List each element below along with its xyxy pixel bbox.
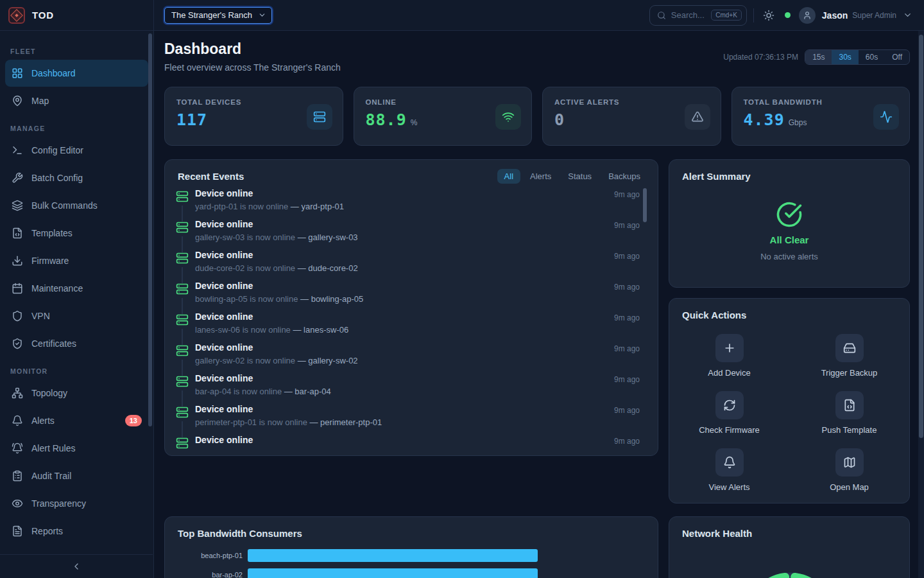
server-icon (176, 252, 189, 265)
event-message: bar-ap-04 is now online (195, 387, 284, 396)
sidebar-scrollbar[interactable] (148, 33, 152, 426)
event-time: 9m ago (614, 344, 640, 353)
tab-all[interactable]: All (497, 169, 520, 184)
page-scrollbar[interactable] (919, 35, 923, 438)
sidebar-item-label: Audit Trail (31, 471, 71, 481)
sidebar-item-label: Alerts (31, 416, 55, 426)
app-logo (8, 7, 25, 24)
event-row[interactable]: Device onlineyard-ptp-01 is now online —… (176, 188, 640, 219)
event-title: Device online (195, 342, 253, 353)
server-icon (176, 313, 189, 326)
sidebar-section-manage: MANAGE (10, 125, 143, 132)
tab-status[interactable]: Status (561, 169, 599, 184)
event-row[interactable]: Device onlinebowling-ap-05 is now online… (176, 281, 640, 311)
event-title: Device online (195, 281, 253, 291)
site-selector[interactable]: The Stranger's Ranch (164, 7, 272, 24)
stat-value: 117 (176, 110, 207, 129)
event-title: Device online (195, 188, 253, 198)
theme-toggle-sun-icon[interactable] (763, 10, 774, 21)
sidebar-item-reports[interactable]: Reports (5, 518, 148, 545)
network-icon (12, 387, 23, 399)
server-icon (176, 190, 189, 203)
sidebar-item-map[interactable]: Map (5, 87, 148, 114)
sidebar-item-transparency[interactable]: Transparency (5, 490, 148, 517)
event-row[interactable]: Device onlinelanes-sw-06 is now online —… (176, 311, 640, 342)
events-scrollbar[interactable] (643, 188, 647, 222)
server-icon (176, 283, 189, 295)
event-row[interactable]: Device onlinegallery-sw-03 is now online… (176, 219, 640, 250)
activity-icon (873, 104, 899, 130)
quick-action-label: Push Template (822, 425, 877, 435)
refresh-off-button[interactable]: Off (885, 50, 909, 64)
server-icon (176, 406, 189, 419)
sidebar-item-templates[interactable]: Templates (5, 220, 148, 247)
stat-cards-row: TOTAL DEVICES 117 ONLINE 88.9 % ACTIVE A… (164, 87, 910, 146)
refresh-60s-button[interactable]: 60s (859, 50, 885, 64)
file-code-icon (12, 227, 23, 239)
tab-backups[interactable]: Backups (601, 169, 647, 184)
event-row[interactable]: Device onlinegallery-sw-02 is now online… (176, 342, 640, 373)
event-time: 9m ago (614, 313, 640, 322)
hard-drive-icon (835, 334, 864, 362)
event-row[interactable]: Device online9m ago (176, 435, 640, 456)
brand: TOD (0, 0, 154, 30)
event-row[interactable]: Device onlinedude-core-02 is now online … (176, 250, 640, 281)
shield-icon (12, 310, 23, 322)
sidebar-item-dashboard[interactable]: Dashboard (5, 60, 148, 87)
refresh-30s-button[interactable]: 30s (832, 50, 858, 64)
sidebar-item-audit-trail[interactable]: Audit Trail (5, 462, 148, 489)
network-health-panel: Network Health 99 (669, 516, 910, 578)
file-code-icon (835, 391, 864, 419)
sidebar-item-alert-rules[interactable]: Alert Rules (5, 435, 148, 462)
sidebar-collapse-button[interactable] (0, 554, 153, 578)
server-icon (176, 437, 189, 450)
top-bar: TOD The Stranger's Ranch Search... Cmd+K… (0, 0, 924, 31)
sidebar-item-config-editor[interactable]: Config Editor (5, 137, 148, 164)
sidebar-item-maintenance[interactable]: Maintenance (5, 275, 148, 302)
add-device-button[interactable]: Add Device (669, 334, 789, 380)
sidebar-item-batch-config[interactable]: Batch Config (5, 164, 148, 191)
event-row[interactable]: Device onlinebar-ap-04 is now online — b… (176, 373, 640, 404)
sidebar-item-topology[interactable]: Topology (5, 380, 148, 407)
sidebar-item-label: Templates (31, 228, 73, 238)
bandwidth-bar (248, 568, 538, 578)
event-device: — gallery-sw-03 (298, 232, 358, 242)
event-time: 9m ago (614, 190, 640, 199)
sidebar-item-label: Map (31, 96, 49, 106)
event-time: 9m ago (614, 406, 640, 415)
refresh-interval-control: 15s 30s 60s Off (805, 49, 910, 65)
event-row[interactable]: Device onlineperimeter-ptp-01 is now onl… (176, 404, 640, 435)
event-message: yard-ptp-01 is now online (195, 202, 291, 211)
avatar[interactable] (799, 7, 816, 24)
chevron-down-icon (258, 11, 266, 19)
sidebar-item-vpn[interactable]: VPN (5, 302, 148, 329)
sidebar-item-bulk-commands[interactable]: Bulk Commands (5, 192, 148, 219)
event-message: lanes-sw-06 is now online (195, 325, 293, 335)
quick-action-label: Check Firmware (699, 425, 760, 435)
stat-active-alerts: ACTIVE ALERTS 0 (542, 87, 721, 146)
quick-actions-panel: Quick Actions Add Device Trigger Backup … (669, 298, 910, 504)
push-template-button[interactable]: Push Template (789, 391, 909, 437)
alert-summary-panel: Alert Summary All Clear No active alerts (669, 159, 910, 288)
quick-actions-grid: Add Device Trigger Backup Check Firmware… (669, 334, 909, 495)
open-map-button[interactable]: Open Map (789, 448, 909, 495)
event-device: — bar-ap-04 (284, 387, 331, 396)
sidebar-item-certificates[interactable]: Certificates (5, 330, 148, 357)
check-firmware-button[interactable]: Check Firmware (669, 391, 789, 437)
event-title: Device online (195, 250, 253, 260)
event-title: Device online (195, 219, 253, 229)
event-device: — perimeter-ptp-01 (309, 417, 382, 427)
sidebar-item-firmware[interactable]: Firmware (5, 247, 148, 274)
event-message: bowling-ap-05 is now online (195, 294, 300, 304)
refresh-15s-button[interactable]: 15s (805, 50, 832, 64)
view-alerts-button[interactable]: View Alerts (669, 448, 789, 495)
quick-action-label: Trigger Backup (821, 368, 878, 378)
tab-alerts[interactable]: Alerts (523, 169, 558, 184)
trigger-backup-button[interactable]: Trigger Backup (789, 334, 909, 380)
search-input[interactable]: Search... Cmd+K (649, 5, 747, 26)
app-name: TOD (32, 10, 54, 21)
sidebar-item-alerts[interactable]: Alerts 13 (5, 407, 148, 434)
alert-triangle-icon (685, 104, 710, 130)
alerts-count-badge: 13 (125, 415, 142, 426)
user-menu-chevron-down-icon[interactable] (903, 10, 912, 20)
